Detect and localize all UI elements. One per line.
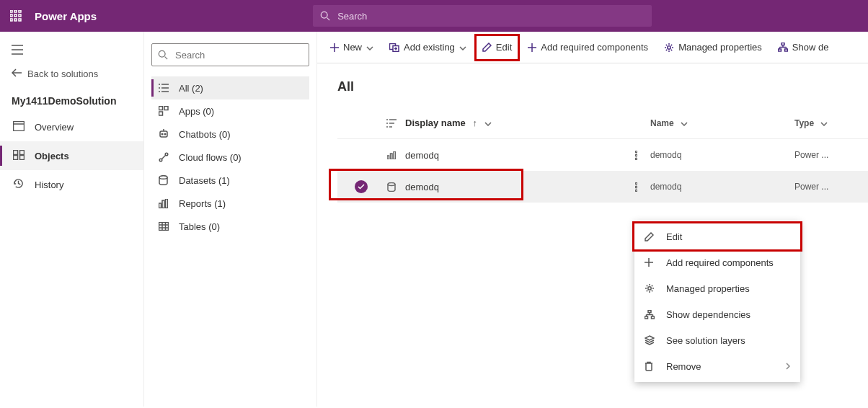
type-label: Datasets (1) [179,175,230,186]
add-existing-button[interactable]: Add existing [382,35,474,61]
header-display-name[interactable]: Display name ↑ [405,117,621,128]
btn-label: Edit [496,42,512,53]
gear-icon [645,283,657,293]
plus-icon [330,43,339,52]
cell-name: demodq [650,182,794,192]
ctx-see-layers[interactable]: See solution layers [634,327,800,353]
dataset-icon [159,175,170,185]
flow-icon [159,152,170,162]
svg-rect-8 [19,19,21,21]
btn-label: Add required components [541,42,648,53]
object-search[interactable] [151,43,309,66]
pencil-icon [645,232,657,241]
ctx-show-deps[interactable]: Show dependencies [634,301,800,327]
type-label: Chatbots (0) [179,129,231,140]
svg-marker-89 [645,336,654,340]
layers-icon [645,335,657,345]
svg-point-34 [161,133,163,135]
ctx-add-required[interactable]: Add required components [634,249,800,275]
chevron-down-icon [681,118,688,128]
svg-rect-6 [10,19,12,21]
svg-rect-2 [19,10,21,12]
svg-rect-69 [387,156,389,159]
svg-point-9 [321,12,327,18]
nav-overview[interactable]: Overview [0,112,143,141]
back-to-solutions[interactable]: Back to solutions [0,63,143,85]
page-title: All [337,79,868,94]
btn-label: New [343,42,362,53]
svg-rect-19 [14,155,18,159]
svg-point-81 [648,287,651,290]
command-bar: New Add existing Edit Add required compo… [317,32,868,63]
hamburger-button[interactable] [0,39,143,63]
ctx-label: Add required components [666,257,774,268]
svg-point-76 [635,182,637,185]
waffle-button[interactable] [0,0,32,32]
global-search[interactable] [313,5,652,27]
svg-rect-56 [781,43,784,45]
ctx-label: Show dependencies [666,309,750,320]
global-search-input[interactable] [336,10,645,22]
type-tables[interactable]: Tables (0) [151,215,309,238]
header-label: Type [794,118,814,128]
nav-objects[interactable]: Objects [0,141,143,170]
type-apps[interactable]: Apps (0) [151,99,309,123]
chevron-down-icon [366,42,373,53]
solution-name: My1411DemoSolution [0,85,143,112]
sort-asc-icon: ↑ [472,117,477,128]
cell-display-name: demodq [405,182,621,192]
type-all[interactable]: All (2) [151,76,309,99]
svg-rect-71 [394,151,396,159]
ctx-remove[interactable]: Remove [634,353,800,379]
svg-rect-15 [14,121,25,130]
type-label: Apps (0) [179,106,214,117]
cell-name: demodq [650,150,794,160]
type-datasets[interactable]: Datasets (1) [151,169,309,192]
row-more-button[interactable] [621,182,650,192]
object-search-input[interactable] [174,49,303,61]
objects-icon [13,150,25,162]
table-row[interactable]: demodq demodq Power ... [337,171,868,203]
hierarchy-icon [778,43,788,52]
svg-point-78 [635,190,637,192]
new-button[interactable]: New [323,35,381,61]
ctx-label: Edit [666,231,682,242]
sort-type-icon[interactable] [378,119,405,128]
header-name[interactable]: Name [650,118,794,128]
ctx-edit[interactable]: Edit [634,223,800,249]
svg-rect-82 [648,310,651,312]
svg-point-21 [159,50,165,57]
svg-rect-40 [162,200,164,208]
row-select[interactable] [355,180,378,193]
svg-point-35 [164,133,166,135]
edit-button[interactable]: Edit [475,35,519,61]
report-icon [159,199,170,208]
nav-history[interactable]: History [0,170,143,199]
cell-display-name: demodq [405,150,621,161]
table-row[interactable]: demodq demodq Power ... [337,139,868,171]
type-flows[interactable]: Cloud flows (0) [151,146,309,169]
type-reports[interactable]: Reports (1) [151,192,309,215]
managed-props-button[interactable]: Managed properties [657,35,769,61]
pencil-icon [482,43,492,52]
chatbot-icon [159,129,170,139]
add-existing-icon [389,43,399,52]
show-deps-button[interactable]: Show de [771,35,836,61]
svg-rect-39 [159,203,161,208]
context-menu: Edit Add required components Managed pro… [634,221,800,382]
plus-icon [528,43,536,52]
svg-rect-70 [391,154,393,159]
svg-point-73 [635,154,637,156]
main-area: New Add existing Edit Add required compo… [317,32,868,407]
svg-rect-31 [159,112,163,115]
svg-rect-3 [10,14,12,17]
svg-point-37 [165,153,168,156]
row-more-button[interactable] [621,151,650,160]
chevron-down-icon [820,118,828,128]
type-chatbots[interactable]: Chatbots (0) [151,123,309,146]
add-required-button[interactable]: Add required components [521,35,655,61]
ctx-managed-props[interactable]: Managed properties [634,275,800,301]
header-type[interactable]: Type [794,118,845,128]
left-nav: Back to solutions My1411DemoSolution Ove… [0,32,144,407]
header-label: Name [650,118,674,128]
